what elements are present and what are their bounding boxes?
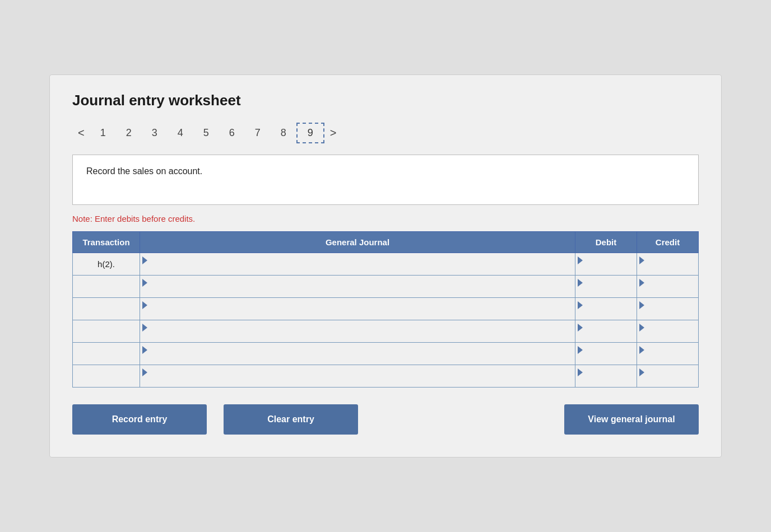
credit-input-5[interactable]	[637, 343, 698, 365]
debit-input-6[interactable]	[575, 365, 637, 387]
instruction-box: Record the sales on account.	[72, 155, 699, 205]
debit-cell-5[interactable]	[575, 343, 637, 365]
general-journal-input-6[interactable]	[140, 365, 575, 387]
table-row	[73, 276, 699, 298]
debit-input-4[interactable]	[575, 320, 637, 342]
debit-cell-6[interactable]	[575, 365, 637, 388]
table-row	[73, 365, 699, 388]
header-general-journal: General Journal	[140, 232, 575, 253]
credit-cell-3[interactable]	[637, 298, 699, 320]
general-journal-input-2[interactable]	[140, 276, 575, 297]
general-journal-cell-3[interactable]	[140, 298, 575, 320]
general-journal-cell-6[interactable]	[140, 365, 575, 388]
credit-input-6[interactable]	[637, 365, 698, 387]
credit-input-2[interactable]	[637, 276, 698, 297]
table-row	[73, 320, 699, 343]
transaction-cell-5	[73, 343, 140, 365]
general-journal-cell-4[interactable]	[140, 320, 575, 343]
general-journal-cell-1[interactable]	[140, 253, 575, 276]
page-6[interactable]: 6	[219, 124, 245, 142]
header-transaction: Transaction	[73, 232, 140, 253]
credit-cell-1[interactable]	[637, 253, 699, 276]
general-journal-input-5[interactable]	[140, 343, 575, 365]
debit-input-1[interactable]	[575, 253, 637, 275]
credit-cell-5[interactable]	[637, 343, 699, 365]
view-general-journal-button[interactable]: View general journal	[564, 404, 699, 435]
next-arrow[interactable]: >	[324, 123, 342, 143]
record-entry-button[interactable]: Record entry	[72, 404, 207, 435]
debit-input-2[interactable]	[575, 276, 637, 297]
journal-table: Transaction General Journal Debit Credit…	[72, 231, 699, 388]
credit-cell-2[interactable]	[637, 276, 699, 298]
header-debit: Debit	[575, 232, 637, 253]
general-journal-input-4[interactable]	[140, 320, 575, 342]
credit-input-4[interactable]	[637, 320, 698, 342]
page-7[interactable]: 7	[245, 124, 271, 142]
debit-cell-4[interactable]	[575, 320, 637, 343]
transaction-cell-6	[73, 365, 140, 388]
page-2[interactable]: 2	[116, 124, 142, 142]
page-4[interactable]: 4	[168, 124, 193, 142]
page-title: Journal entry worksheet	[72, 92, 699, 109]
debit-input-5[interactable]	[575, 343, 637, 365]
credit-cell-4[interactable]	[637, 320, 699, 343]
general-journal-cell-5[interactable]	[140, 343, 575, 365]
table-header-row: Transaction General Journal Debit Credit	[73, 232, 699, 253]
general-journal-input-3[interactable]	[140, 298, 575, 320]
table-row	[73, 343, 699, 365]
transaction-cell-3	[73, 298, 140, 320]
buttons-row: Record entry Clear entry View general jo…	[72, 404, 699, 435]
table-row: h(2).	[73, 253, 699, 276]
page-8[interactable]: 8	[271, 124, 296, 142]
transaction-cell-2	[73, 276, 140, 298]
general-journal-cell-2[interactable]	[140, 276, 575, 298]
page-1[interactable]: 1	[90, 124, 116, 142]
note-text: Note: Enter debits before credits.	[72, 214, 699, 223]
prev-arrow[interactable]: <	[72, 123, 90, 143]
pagination: < 1 2 3 4 5 6 7 8 9 >	[72, 123, 699, 143]
clear-entry-button[interactable]: Clear entry	[224, 404, 358, 435]
debit-cell-3[interactable]	[575, 298, 637, 320]
transaction-cell-4	[73, 320, 140, 343]
page-9[interactable]: 9	[296, 123, 324, 143]
table-row	[73, 298, 699, 320]
header-credit: Credit	[637, 232, 699, 253]
worksheet-container: Journal entry worksheet < 1 2 3 4 5 6 7 …	[49, 74, 722, 458]
page-3[interactable]: 3	[142, 124, 168, 142]
general-journal-input-1[interactable]	[140, 253, 575, 275]
instruction-text: Record the sales on account.	[86, 166, 202, 176]
debit-input-3[interactable]	[575, 298, 637, 320]
debit-cell-1[interactable]	[575, 253, 637, 276]
credit-cell-6[interactable]	[637, 365, 699, 388]
page-5[interactable]: 5	[193, 124, 219, 142]
debit-cell-2[interactable]	[575, 276, 637, 298]
transaction-cell-1: h(2).	[73, 253, 140, 276]
credit-input-1[interactable]	[637, 253, 698, 275]
credit-input-3[interactable]	[637, 298, 698, 320]
